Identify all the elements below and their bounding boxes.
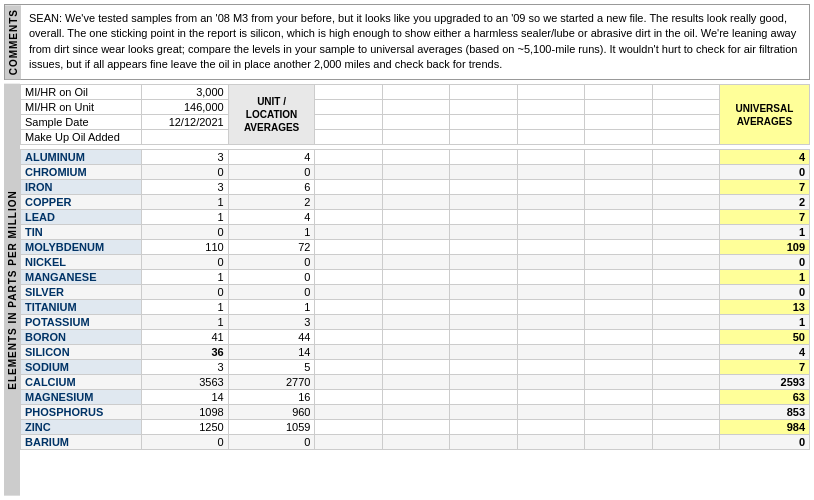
universal-avg-value: 7 [719, 180, 809, 195]
element-name: CHROMIUM [21, 165, 142, 180]
empty-col-6 [652, 240, 719, 255]
make-up-oil-value [142, 130, 228, 145]
empty-col-2 [382, 150, 449, 165]
element-name: POTASSIUM [21, 315, 142, 330]
universal-avg-value: 2 [719, 195, 809, 210]
table-row: SILICON 36 14 4 [21, 345, 810, 360]
empty-header-8 [382, 100, 449, 115]
empty-col-5 [585, 285, 652, 300]
unit-avg-value: 4 [228, 150, 315, 165]
table-row: COPPER 1 2 2 [21, 195, 810, 210]
empty-col-2 [382, 390, 449, 405]
unit-avg-value: 1 [228, 300, 315, 315]
unit-avg-value: 72 [228, 240, 315, 255]
universal-avg-value: 984 [719, 420, 809, 435]
empty-col-5 [585, 375, 652, 390]
empty-header-17 [585, 115, 652, 130]
empty-col-3 [450, 270, 517, 285]
element-name: SILVER [21, 285, 142, 300]
empty-header-5 [585, 85, 652, 100]
empty-col-3 [450, 360, 517, 375]
unit-avg-value: 5 [228, 360, 315, 375]
empty-col-1 [315, 420, 382, 435]
empty-col-6 [652, 210, 719, 225]
empty-col-3 [450, 240, 517, 255]
empty-header-6 [652, 85, 719, 100]
universal-avg-value: 1 [719, 225, 809, 240]
empty-col-5 [585, 210, 652, 225]
sample-value: 0 [142, 255, 228, 270]
sample-date-value: 12/12/2021 [142, 115, 228, 130]
empty-col-5 [585, 240, 652, 255]
sample-value: 1 [142, 270, 228, 285]
empty-col-6 [652, 225, 719, 240]
unit-avg-value: 16 [228, 390, 315, 405]
sample-value: 1250 [142, 420, 228, 435]
empty-col-4 [517, 405, 584, 420]
table-row: MAGNESIUM 14 16 63 [21, 390, 810, 405]
empty-col-2 [382, 210, 449, 225]
sample-value: 14 [142, 390, 228, 405]
empty-col-1 [315, 405, 382, 420]
element-name: IRON [21, 180, 142, 195]
empty-col-3 [450, 330, 517, 345]
sample-value: 3 [142, 150, 228, 165]
unit-avg-value: 4 [228, 210, 315, 225]
empty-header-12 [652, 100, 719, 115]
empty-header-3 [450, 85, 517, 100]
empty-col-6 [652, 165, 719, 180]
sample-value: 1 [142, 210, 228, 225]
empty-header-19 [315, 130, 382, 145]
table-row: LEAD 1 4 7 [21, 210, 810, 225]
empty-col-2 [382, 195, 449, 210]
empty-col-1 [315, 360, 382, 375]
universal-avg-value: 4 [719, 150, 809, 165]
universal-avg-value: 109 [719, 240, 809, 255]
sample-value: 110 [142, 240, 228, 255]
empty-col-5 [585, 390, 652, 405]
element-name: TITANIUM [21, 300, 142, 315]
empty-col-6 [652, 375, 719, 390]
unit-avg-value: 1 [228, 225, 315, 240]
unit-avg-value: 6 [228, 180, 315, 195]
empty-header-20 [382, 130, 449, 145]
empty-col-5 [585, 165, 652, 180]
empty-col-2 [382, 375, 449, 390]
empty-col-3 [450, 180, 517, 195]
empty-col-2 [382, 225, 449, 240]
empty-col-3 [450, 345, 517, 360]
comments-section: COMMENTS SEAN: We've tested samples from… [4, 4, 810, 80]
element-name: ALUMINUM [21, 150, 142, 165]
empty-col-1 [315, 150, 382, 165]
element-name: SILICON [21, 345, 142, 360]
element-name: MANGANESE [21, 270, 142, 285]
empty-header-24 [652, 130, 719, 145]
empty-col-5 [585, 195, 652, 210]
table-row: MOLYBDENUM 110 72 109 [21, 240, 810, 255]
table-row: TIN 0 1 1 [21, 225, 810, 240]
empty-col-2 [382, 330, 449, 345]
table-row: TITANIUM 1 1 13 [21, 300, 810, 315]
empty-col-3 [450, 390, 517, 405]
empty-header-13 [315, 115, 382, 130]
table-row: BARIUM 0 0 0 [21, 435, 810, 450]
universal-avg-value: 13 [719, 300, 809, 315]
empty-col-4 [517, 210, 584, 225]
mi-hr-on-oil-label: MI/HR on Oil [21, 85, 142, 100]
empty-col-1 [315, 390, 382, 405]
universal-avg-value: 1 [719, 315, 809, 330]
empty-col-1 [315, 240, 382, 255]
sample-value: 0 [142, 225, 228, 240]
unit-location-header: UNIT /LOCATIONAVERAGES [228, 85, 315, 145]
empty-header-21 [450, 130, 517, 145]
make-up-oil-label: Make Up Oil Added [21, 130, 142, 145]
empty-col-6 [652, 405, 719, 420]
empty-col-3 [450, 285, 517, 300]
empty-col-6 [652, 330, 719, 345]
main-table: MI/HR on Oil 3,000 UNIT /LOCATIONAVERAGE… [20, 84, 810, 450]
empty-col-1 [315, 195, 382, 210]
unit-avg-value: 2 [228, 195, 315, 210]
sample-value: 1 [142, 315, 228, 330]
empty-col-2 [382, 435, 449, 450]
element-name: TIN [21, 225, 142, 240]
